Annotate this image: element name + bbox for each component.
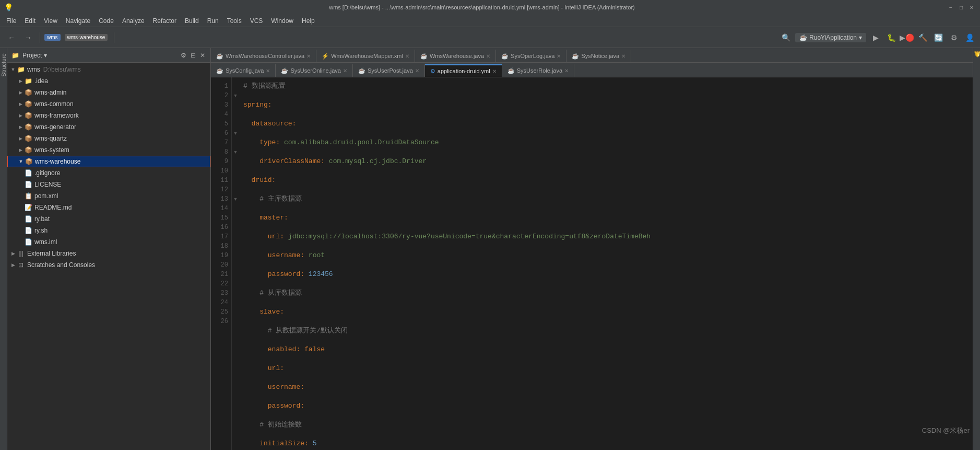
menu-edit[interactable]: Edit xyxy=(20,16,40,26)
tab-application-druid[interactable]: ⚙ application-druid.yml ✕ xyxy=(425,64,502,77)
tree-item-ry-bat[interactable]: 📄 ry.bat xyxy=(7,213,210,225)
tab-bar-bottom: ☕ SysConfig.java ✕ ☕ SysUserOnline.java … xyxy=(211,63,973,77)
tree-file-icon-readme: 📝 xyxy=(24,203,32,212)
menu-build[interactable]: Build xyxy=(181,16,203,26)
tab-SysConfig[interactable]: ☕ SysConfig.java ✕ xyxy=(211,64,276,77)
tree-item-external-libraries[interactable]: ▶ ||| External Libraries xyxy=(7,248,210,259)
settings-button[interactable]: ⚙ xyxy=(948,31,960,44)
menu-tools[interactable]: Tools xyxy=(223,16,246,26)
tree-module-icon-wms-quartz: 📦 xyxy=(24,134,32,143)
gutter-22 xyxy=(232,279,239,289)
tree-item-wms-iml[interactable]: 📄 wms.iml xyxy=(7,236,210,248)
tree-item-gitignore[interactable]: 📄 .gitignore xyxy=(7,167,210,179)
tab-WmsWarehouseController[interactable]: ☕ WmsWarehouseController.java ✕ xyxy=(211,50,316,62)
tree-label-ry-sh: ry.sh xyxy=(34,227,48,234)
left-sidebar-tabs: Structure xyxy=(0,48,7,450)
tab-close-SysUserOnline[interactable]: ✕ xyxy=(343,68,347,74)
toolbar-forward-button[interactable]: → xyxy=(21,30,36,45)
tree-item-license[interactable]: 📄 LICENSE xyxy=(7,179,210,190)
tab-close-SysConfig[interactable]: ✕ xyxy=(266,68,270,74)
tab-close-application-druid[interactable]: ✕ xyxy=(492,68,497,74)
tab-close-WmsWarehouseMapper[interactable]: ✕ xyxy=(405,53,409,59)
menu-navigate[interactable]: Navigate xyxy=(62,16,95,26)
tab-SysNotice[interactable]: ☕ SysNotice.java ✕ xyxy=(566,50,631,62)
menu-help[interactable]: Help xyxy=(298,16,319,26)
toolbar-separator-2 xyxy=(114,32,114,43)
minimize-button[interactable]: − xyxy=(947,3,955,11)
tree-arrow-wms-system: ▶ xyxy=(17,146,24,154)
tree-item-wms-admin[interactable]: ▶ 📦 wms-admin xyxy=(7,87,210,98)
menu-refactor[interactable]: Refactor xyxy=(149,16,181,26)
gutter-2: ▼ xyxy=(232,91,239,100)
tab-SysUserPost[interactable]: ☕ SysUserPost.java ✕ xyxy=(353,64,425,77)
run-button[interactable]: ▶ xyxy=(869,31,882,44)
tab-close-SysNotice[interactable]: ✕ xyxy=(621,53,625,59)
menu-bar: File Edit View Navigate Code Analyze Ref… xyxy=(0,15,980,27)
tree-spacer-pom xyxy=(17,192,24,200)
debug-button[interactable]: 🐛 xyxy=(885,31,898,44)
tree-item-idea[interactable]: ▶ 📁 .idea xyxy=(7,75,210,87)
tree-label-wms-warehouse: wms-warehouse xyxy=(35,158,80,165)
tree-item-wms-root[interactable]: ▼ 📁 wms D:\beisu\wms xyxy=(7,64,210,75)
maximize-button[interactable]: □ xyxy=(957,3,965,11)
build-button[interactable]: 🔨 xyxy=(916,31,929,44)
project-settings-icon[interactable]: ⚙ xyxy=(180,51,187,60)
gutter-26 xyxy=(232,317,239,326)
menu-run[interactable]: Run xyxy=(203,16,223,26)
project-folder-icon: 📁 xyxy=(11,52,19,59)
toolbar-separator-1 xyxy=(40,32,40,43)
tab-close-SysUserRole[interactable]: ✕ xyxy=(564,68,569,74)
tab-SysUserOnline[interactable]: ☕ SysUserOnline.java ✕ xyxy=(276,64,353,77)
tree-item-wms-common[interactable]: ▶ 📦 wms-common xyxy=(7,98,210,110)
tree-arrow-wms-framework: ▶ xyxy=(17,112,24,119)
tab-label-WmsWarehouse: WmsWarehouse.java xyxy=(430,53,484,59)
menu-vcs[interactable]: VCS xyxy=(246,16,267,26)
menu-analyze[interactable]: Analyze xyxy=(118,16,149,26)
tab-close-SysUserPost[interactable]: ✕ xyxy=(415,68,419,74)
tree-label-wms-generator: wms-generator xyxy=(34,123,76,131)
run-config-selector[interactable]: ☕ RuoYiApplication ▾ xyxy=(795,33,866,42)
tree-item-pom[interactable]: 📋 pom.xml xyxy=(7,190,210,202)
menu-window[interactable]: Window xyxy=(267,16,298,26)
menu-view[interactable]: View xyxy=(40,16,62,26)
menu-code[interactable]: Code xyxy=(95,16,118,26)
window-controls: − □ ✕ xyxy=(947,3,976,11)
tree-item-wms-framework[interactable]: ▶ 📦 wms-framework xyxy=(7,110,210,121)
tree-label-gitignore: .gitignore xyxy=(34,169,60,177)
right-tab-notifications[interactable]: 🔔 xyxy=(972,48,980,61)
sync-button[interactable]: 🔄 xyxy=(932,31,944,44)
gutter-8: ▼ xyxy=(232,147,239,157)
project-close-icon[interactable]: ✕ xyxy=(199,51,206,60)
tree-item-wms-system[interactable]: ▶ 📦 wms-system xyxy=(7,144,210,156)
tab-close-SysOperLog[interactable]: ✕ xyxy=(557,53,561,59)
code-editor[interactable]: # 数据源配置 spring: datasource: type: com.al… xyxy=(239,77,973,450)
tab-WmsWarehouseMapper[interactable]: ⚡ WmsWarehouseMapper.xml ✕ xyxy=(316,50,415,62)
project-collapse-icon[interactable]: ⊟ xyxy=(190,51,197,60)
coverage-button[interactable]: ▶🔴 xyxy=(901,31,913,44)
tree-item-readme[interactable]: 📝 README.md xyxy=(7,202,210,213)
tab-WmsWarehouse[interactable]: ☕ WmsWarehouse.java ✕ xyxy=(415,50,496,62)
tree-spacer-license xyxy=(17,181,24,188)
user-button[interactable]: 👤 xyxy=(963,31,976,44)
tree-item-wms-warehouse[interactable]: ▼ 📦 wms-warehouse xyxy=(7,156,210,167)
tab-bar-top: ☕ WmsWarehouseController.java ✕ ⚡ WmsWar… xyxy=(211,48,973,63)
toolbar-back-button[interactable]: ← xyxy=(4,30,19,45)
menu-file[interactable]: File xyxy=(2,16,20,26)
tab-close-WmsWarehouseController[interactable]: ✕ xyxy=(306,53,311,59)
tree-item-wms-quartz[interactable]: ▶ 📦 wms-quartz xyxy=(7,133,210,144)
tree-item-ry-sh[interactable]: 📄 ry.sh xyxy=(7,225,210,236)
tree-item-wms-generator[interactable]: ▶ 📦 wms-generator xyxy=(7,121,210,133)
editor-panel: ☕ WmsWarehouseController.java ✕ ⚡ WmsWar… xyxy=(211,48,973,450)
tab-label-WmsWarehouseMapper: WmsWarehouseMapper.xml xyxy=(331,53,403,59)
search-button[interactable]: 🔍 xyxy=(780,31,792,44)
branch-badge: wms-warehouse xyxy=(65,34,108,41)
close-button[interactable]: ✕ xyxy=(967,3,976,11)
tree-item-scratches[interactable]: ▶ ⊡ Scratches and Consoles xyxy=(7,259,210,271)
tree-file-icon-pom: 📋 xyxy=(24,192,32,200)
tab-close-WmsWarehouse[interactable]: ✕ xyxy=(486,53,490,59)
gutter-25 xyxy=(232,307,239,317)
tab-SysUserRole[interactable]: ☕ SysUserRole.java ✕ xyxy=(502,64,574,77)
structure-tab[interactable]: Structure xyxy=(0,50,8,80)
tab-SysOperLog[interactable]: ☕ SysOperLog.java ✕ xyxy=(496,50,566,62)
project-badge: wms xyxy=(44,34,61,41)
